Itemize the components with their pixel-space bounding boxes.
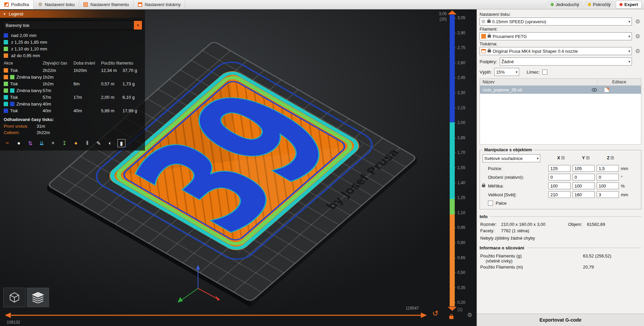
divider <box>527 248 641 248</box>
size-z-input[interactable] <box>597 191 619 198</box>
tab-plater[interactable]: Podložka <box>0 0 34 9</box>
position-y-input[interactable] <box>573 165 595 172</box>
filament-value: Prusament PETG <box>493 34 625 39</box>
printer-select[interactable]: Original Prusa MK4 Input Shaper 0.4 nozz… <box>480 47 632 55</box>
tab-print-settings[interactable]: Nastavení tisku <box>34 0 79 9</box>
mode-switcher: JednoduchýPokročilýExpert <box>546 0 644 9</box>
export-gcode-label: Exportovat G-code <box>539 317 581 323</box>
scale-lock-icon[interactable] <box>482 185 485 187</box>
slicing-section-title: Informace o slicování <box>480 245 641 250</box>
mode-simple[interactable]: Jednoduchý <box>547 1 583 8</box>
seams-icon[interactable]: × <box>49 139 57 147</box>
infill-select[interactable]: 15% ▾ <box>494 68 519 76</box>
shells-icon[interactable]: ◐ <box>106 139 114 147</box>
legend-header[interactable]: ▼ Legend <box>0 10 145 18</box>
tab-label: Nastavení tiskárny <box>145 2 181 7</box>
layer-slider-bar[interactable] <box>450 15 455 307</box>
gcode-move-slider[interactable]: 119547 109132 <box>3 305 429 325</box>
position-z-input[interactable] <box>597 165 619 172</box>
color-changes-icon[interactable]: ● <box>72 139 80 147</box>
axis-target-icon <box>586 156 589 159</box>
eye-icon[interactable] <box>589 88 599 92</box>
mode-label: Expert <box>625 2 638 7</box>
deretractions-icon[interactable]: ⇊ <box>38 139 46 147</box>
3d-editor-view-button[interactable] <box>3 288 26 307</box>
legend-marker-icon[interactable]: ▮ <box>117 139 126 147</box>
layer-slider-bottom-handle[interactable] <box>448 307 457 311</box>
wipe-icon[interactable]: ● <box>15 139 23 147</box>
manipulation-title: Manipulace s objektem <box>483 147 534 152</box>
layer-tick-label: 2,00 <box>457 120 465 125</box>
object-list-body[interactable] <box>480 94 641 144</box>
supports-select[interactable]: Žádné ▾ <box>500 57 632 66</box>
tick-mark <box>455 168 456 168</box>
col-used-filament: Použito filamentu <box>101 61 141 66</box>
legend-range-item: z 1,10 do 1,10 mm <box>0 45 145 52</box>
rotation-x-input[interactable] <box>548 174 571 180</box>
slider-left-arrow[interactable] <box>5 313 11 318</box>
inches-checkbox[interactable] <box>488 201 493 206</box>
legend-table-header: Akce Zbývající čas Doba trvání Použito f… <box>4 61 141 67</box>
filament-used-g-value: 63,52 (256,52) <box>583 253 611 263</box>
print-settings-select[interactable]: ⚙ 0.15mm SPEED (upraveno) ▾ <box>480 17 632 26</box>
layers-preview-button[interactable] <box>27 288 49 307</box>
manipulation-rows: Pozice:mmOtočení (relativní):°Měřítka:%V… <box>483 165 638 198</box>
print-settings-gear-button[interactable]: ⚙ <box>634 18 641 25</box>
size-y-input[interactable] <box>573 191 595 198</box>
custom-gcode-icon[interactable]: ✎ <box>95 139 103 147</box>
retractions-icon[interactable]: ⇅ <box>26 139 34 147</box>
total-time-label: Celkem: <box>4 130 37 135</box>
color-swatch <box>10 102 14 106</box>
scale-z-input[interactable] <box>597 182 619 189</box>
layer-tick-label: 1,25 <box>457 195 465 200</box>
printer-gear-button[interactable]: ⚙ <box>634 48 641 55</box>
3d-preview-viewport[interactable]: 39 by Josef Prusa ▼ Legend Barevný tis <box>0 9 477 326</box>
estimated-times-title: Odhadované časy tisku: <box>0 114 145 123</box>
legend-table-row: Změna barvy1h2m <box>4 74 141 80</box>
tab-filament-settings[interactable]: Nastavení filamentu <box>79 0 134 9</box>
layers-icon <box>32 292 44 303</box>
pause-prints-icon[interactable]: ‖ <box>83 139 91 147</box>
used-weight: 1,73 g <box>122 81 141 86</box>
mode-expert[interactable]: Expert <box>616 1 642 8</box>
scale-y-input[interactable] <box>573 182 595 189</box>
rotation-y-input[interactable] <box>573 174 595 180</box>
slider-right-arrow[interactable] <box>421 313 427 318</box>
position-x-input[interactable] <box>548 165 571 172</box>
used-length: 2,00 m <box>101 95 122 100</box>
range-label: nad 2,00 mm <box>11 33 37 38</box>
remaining-time: 40m <box>43 101 73 107</box>
inches-row: Palce <box>483 201 638 206</box>
size-x-input[interactable] <box>548 191 571 198</box>
coordinates-select[interactable]: Světové souřadnice ▾ <box>483 154 540 162</box>
action-cell: Tisk <box>4 81 43 86</box>
filament-select[interactable]: Prusament PETG ▾ <box>480 32 632 40</box>
tick-mark <box>455 228 456 228</box>
facets-label: Facety: <box>480 228 501 233</box>
view-type-select[interactable]: Barevný tisk ▾ <box>3 21 142 30</box>
layer-tick-label: 2,45 <box>457 75 465 80</box>
tick-mark <box>455 78 456 78</box>
layer-slider-top-handle[interactable] <box>448 10 457 14</box>
layer-tick-label: 0,65 <box>457 255 465 260</box>
rotation-z-input[interactable] <box>597 174 619 180</box>
layer-slider[interactable]: 3,05 (20) (1) 3,052,902,752,602,452,302,… <box>431 9 477 326</box>
legend-table-row: Tisk40m40m5,89 m17,99 g <box>4 107 141 114</box>
mode-advanced[interactable]: Pokročilý <box>584 1 614 8</box>
legend-table-row: Změna barvy57m <box>4 87 141 94</box>
tab-printer-settings[interactable]: Nastavení tiskárny <box>134 0 185 9</box>
edit-object-icon[interactable] <box>604 87 609 92</box>
tab-label: Nastavení filamentu <box>90 2 129 7</box>
object-row[interactable]: cislo_popisne_39.stl <box>480 86 641 94</box>
facets-value: 7782 (1 stěna) <box>501 228 568 233</box>
scale-x-input[interactable] <box>548 182 571 189</box>
tool-changes-icon[interactable]: ↧ <box>60 139 68 147</box>
chevron-down-icon: ▾ <box>627 49 630 53</box>
info-title: Info <box>480 214 488 219</box>
export-gcode-button[interactable]: Exportovat G-code <box>477 314 644 326</box>
move-slider-track[interactable] <box>3 311 429 319</box>
brim-checkbox[interactable] <box>542 70 547 75</box>
travels-icon[interactable]: ≈ <box>3 139 11 147</box>
filament-gear-button[interactable]: ⚙ <box>634 33 641 40</box>
color-swatch <box>10 88 14 93</box>
